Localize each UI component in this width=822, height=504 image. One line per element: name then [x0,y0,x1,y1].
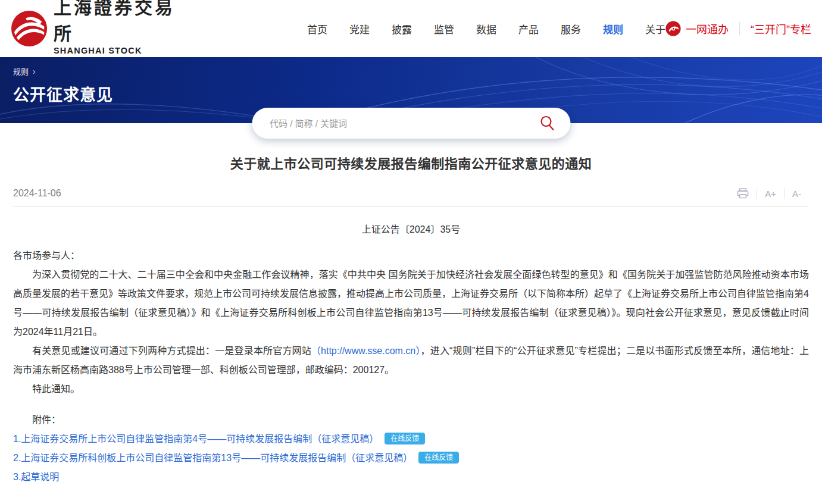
sse-logo[interactable]: 上海證券交易所 SHANGHAI STOCK EXCHANGE [11,0,179,65]
attachment-row-2: 2.上海证券交易所科创板上市公司自律监管指南第13号——可持续发展报告编制（征求… [13,449,809,468]
doc-number: 上证公告〔2024〕35号 [13,220,809,239]
quick-links: 一网通办 “三开门”专栏 [665,21,811,36]
article-main: 关于就上市公司可持续发展报告编制指南公开征求意见的通知 2024-11-06 A… [0,153,822,504]
breadcrumb-rules-link[interactable]: 规则 [13,65,29,77]
ewtb-emblem-icon [665,21,681,36]
search-button[interactable] [538,114,556,132]
article-meta-row: 2024-11-06 A+ A- [13,188,809,199]
breadcrumb: 规则 › [13,65,822,77]
nav-item-products[interactable]: 产品 [518,21,539,36]
search-icon [538,114,556,132]
publish-date: 2024-11-06 [13,188,61,199]
font-decrease-button[interactable]: A- [784,189,809,199]
attachment-row-1: 1.上海证券交易所上市公司自律监管指南第4号——可持续发展报告编制（征求意见稿）… [13,430,809,449]
logo-text: 上海證券交易所 SHANGHAI STOCK EXCHANGE [54,0,179,65]
page: 上海證券交易所 SHANGHAI STOCK EXCHANGE 首页 党建 披露… [0,0,822,504]
attachments-label: 附件： [13,411,809,430]
quick-links-divider [739,22,740,35]
nav-item-rules[interactable]: 规则 [603,21,623,36]
signature-org: 上海证券交易所 [13,500,809,504]
printer-icon [737,188,749,199]
paragraph-2: 有关意见或建议可通过下列两种方式提出：一是登录本所官方网站（http://www… [13,342,809,380]
notice-line: 特此通知。 [13,380,809,399]
search-input[interactable] [270,118,538,129]
banner-title: 公开征求意见 [13,82,822,105]
quick-link-ewtb[interactable]: 一网通办 [686,21,729,36]
sse-emblem-icon [11,10,48,47]
main-nav: 首页 党建 披露 监管 数据 产品 服务 规则 关于 [307,21,665,36]
online-feedback-badge-1[interactable]: 在线反馈 [385,433,425,444]
attachment-link-2[interactable]: 2.上海证券交易所科创板上市公司自律监管指南第13号——可持续发展报告编制（征求… [13,453,412,463]
logo-title-cn: 上海證券交易所 [54,0,179,45]
paragraph-2-before: 有关意见或建议可通过下列两种方式提出：一是登录本所官方网站 [32,346,311,356]
top-header: 上海證券交易所 SHANGHAI STOCK EXCHANGE 首页 党建 披露… [0,0,822,57]
paragraph-1: 为深入贯彻党的二十大、二十届三中全会和中央金融工作会议精神，落实《中共中央 国务… [13,265,809,342]
signature-block: 上海证券交易所 2024年11月6日 [13,500,809,504]
nav-item-services[interactable]: 服务 [561,21,581,36]
article-tools: A+ A- [729,188,809,199]
nav-item-party[interactable]: 党建 [349,21,370,36]
search-bar [252,108,570,139]
quick-link-sankaimen[interactable]: “三开门”专栏 [751,21,811,36]
attachment-link-1[interactable]: 1.上海证券交易所上市公司自律监管指南第4号——可持续发展报告编制（征求意见稿） [13,434,379,444]
nav-item-disclosure[interactable]: 披露 [392,21,412,36]
online-feedback-badge-2[interactable]: 在线反馈 [418,452,459,464]
nav-item-data[interactable]: 数据 [476,21,496,36]
page-banner: 规则 › 公开征求意见 [0,57,822,123]
attachment-link-3[interactable]: 3.起草说明 [13,472,59,482]
attachment-row-3: 3.起草说明 [13,468,809,487]
nav-item-home[interactable]: 首页 [307,21,327,36]
spacer [13,399,809,411]
nav-item-about[interactable]: 关于 [645,21,665,36]
print-button[interactable] [729,188,757,199]
salutation: 各市场参与人： [13,246,809,265]
article-title: 关于就上市公司可持续发展报告编制指南公开征求意见的通知 [13,153,809,172]
sse-website-link[interactable]: （http://www.sse.com.cn） [311,346,421,356]
nav-item-regulation[interactable]: 监管 [434,21,454,36]
breadcrumb-chevron-icon: › [33,67,36,76]
font-increase-button[interactable]: A+ [757,189,784,199]
meta-divider [13,206,809,207]
